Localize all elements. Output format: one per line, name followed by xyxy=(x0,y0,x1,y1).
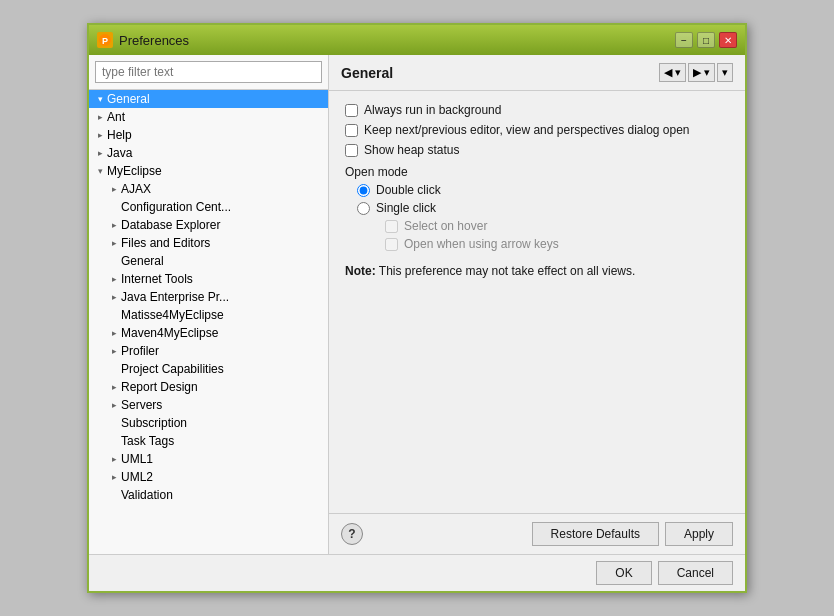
nav-menu-button[interactable]: ▾ xyxy=(717,63,733,82)
tree-item-java-enterprise[interactable]: ▸Java Enterprise Pr... xyxy=(89,288,328,306)
tree-arrow-config-center xyxy=(107,200,121,214)
tree-label-project-capabilities: Project Capabilities xyxy=(121,362,328,376)
show-heap-label[interactable]: Show heap status xyxy=(364,143,459,157)
double-click-label[interactable]: Double click xyxy=(376,183,441,197)
tree-item-uml1[interactable]: ▸UML1 xyxy=(89,450,328,468)
tree-arrow-ajax: ▸ xyxy=(107,182,121,196)
dialog-container: P Preferences − □ ✕ ▾General▸Ant▸Help▸Ja xyxy=(87,23,747,593)
tree-arrow-subscription xyxy=(107,416,121,430)
title-bar-left: P Preferences xyxy=(97,32,189,48)
tree-item-java[interactable]: ▸Java xyxy=(89,144,328,162)
tree-item-myeclipse-general[interactable]: General xyxy=(89,252,328,270)
tree-label-database-explorer: Database Explorer xyxy=(121,218,328,232)
keep-next-label[interactable]: Keep next/previous editor, view and pers… xyxy=(364,123,690,137)
always-run-label[interactable]: Always run in background xyxy=(364,103,501,117)
tree-item-internet-tools[interactable]: ▸Internet Tools xyxy=(89,270,328,288)
tree-arrow-java: ▸ xyxy=(93,146,107,160)
tree-arrow-myeclipse: ▾ xyxy=(93,164,107,178)
tree-arrow-myeclipse-general xyxy=(107,254,121,268)
select-on-hover-checkbox[interactable] xyxy=(385,220,398,233)
tree-label-profiler: Profiler xyxy=(121,344,328,358)
always-run-checkbox[interactable] xyxy=(345,104,358,117)
tree-label-general: General xyxy=(107,92,328,106)
tree-arrow-validation xyxy=(107,488,121,502)
single-click-radio[interactable] xyxy=(357,202,370,215)
tree-item-report-design[interactable]: ▸Report Design xyxy=(89,378,328,396)
open-arrow-keys-label: Open when using arrow keys xyxy=(404,237,559,251)
tree-item-config-center[interactable]: Configuration Cent... xyxy=(89,198,328,216)
tree-item-myeclipse[interactable]: ▾MyEclipse xyxy=(89,162,328,180)
tree-item-subscription[interactable]: Subscription xyxy=(89,414,328,432)
tree-label-ant: Ant xyxy=(107,110,328,124)
double-click-row: Double click xyxy=(357,183,729,197)
tree-arrow-task-tags xyxy=(107,434,121,448)
tree-item-project-capabilities[interactable]: Project Capabilities xyxy=(89,360,328,378)
tree-arrow-report-design: ▸ xyxy=(107,380,121,394)
tree-label-report-design: Report Design xyxy=(121,380,328,394)
tree-item-validation[interactable]: Validation xyxy=(89,486,328,504)
tree-item-servers[interactable]: ▸Servers xyxy=(89,396,328,414)
double-click-radio[interactable] xyxy=(357,184,370,197)
tree-arrow-uml2: ▸ xyxy=(107,470,121,484)
tree-arrow-help: ▸ xyxy=(93,128,107,142)
search-box xyxy=(89,55,328,90)
nav-forward-button[interactable]: ▶ ▾ xyxy=(688,63,715,82)
title-bar: P Preferences − □ ✕ xyxy=(89,25,745,55)
close-button[interactable]: ✕ xyxy=(719,32,737,48)
tree-arrow-project-capabilities xyxy=(107,362,121,376)
apply-button[interactable]: Apply xyxy=(665,522,733,546)
note-prefix: Note: xyxy=(345,264,376,278)
show-heap-row: Show heap status xyxy=(345,143,729,157)
nav-back-button[interactable]: ◀ ▾ xyxy=(659,63,686,82)
tree-item-matisse[interactable]: Matisse4MyEclipse xyxy=(89,306,328,324)
restore-defaults-button[interactable]: Restore Defaults xyxy=(532,522,659,546)
dialog-icon: P xyxy=(97,32,113,48)
search-input[interactable] xyxy=(95,61,322,83)
tree-arrow-java-enterprise: ▸ xyxy=(107,290,121,304)
note-text: Note: This preference may not take effec… xyxy=(345,263,729,280)
tree-label-maven4: Maven4MyEclipse xyxy=(121,326,328,340)
tree-item-help[interactable]: ▸Help xyxy=(89,126,328,144)
single-click-label[interactable]: Single click xyxy=(376,201,436,215)
sub-checkboxes: Select on hover Open when using arrow ke… xyxy=(385,219,729,251)
content-area: ▾General▸Ant▸Help▸Java▾MyEclipse▸AJAXCon… xyxy=(89,55,745,554)
select-on-hover-row: Select on hover xyxy=(385,219,729,233)
tree-label-myeclipse-general: General xyxy=(121,254,328,268)
keep-next-row: Keep next/previous editor, view and pers… xyxy=(345,123,729,137)
show-heap-checkbox[interactable] xyxy=(345,144,358,157)
cancel-button[interactable]: Cancel xyxy=(658,561,733,585)
tree-arrow-servers: ▸ xyxy=(107,398,121,412)
tree-item-task-tags[interactable]: Task Tags xyxy=(89,432,328,450)
svg-text:P: P xyxy=(102,36,108,46)
tree-label-ajax: AJAX xyxy=(121,182,328,196)
tree-label-validation: Validation xyxy=(121,488,328,502)
tree-label-java: Java xyxy=(107,146,328,160)
minimize-button[interactable]: − xyxy=(675,32,693,48)
tree-area[interactable]: ▾General▸Ant▸Help▸Java▾MyEclipse▸AJAXCon… xyxy=(89,90,328,554)
open-arrow-keys-checkbox[interactable] xyxy=(385,238,398,251)
tree-label-java-enterprise: Java Enterprise Pr... xyxy=(121,290,328,304)
tree-item-ajax[interactable]: ▸AJAX xyxy=(89,180,328,198)
tree-item-ant[interactable]: ▸Ant xyxy=(89,108,328,126)
keep-next-checkbox[interactable] xyxy=(345,124,358,137)
tree-label-uml2: UML2 xyxy=(121,470,328,484)
maximize-button[interactable]: □ xyxy=(697,32,715,48)
tree-item-general[interactable]: ▾General xyxy=(89,90,328,108)
tree-arrow-uml1: ▸ xyxy=(107,452,121,466)
window-controls: − □ ✕ xyxy=(675,32,737,48)
tree-item-database-explorer[interactable]: ▸Database Explorer xyxy=(89,216,328,234)
tree-label-uml1: UML1 xyxy=(121,452,328,466)
help-button[interactable]: ? xyxy=(341,523,363,545)
tree-item-uml2[interactable]: ▸UML2 xyxy=(89,468,328,486)
ok-cancel-bar: OK Cancel xyxy=(89,554,745,591)
tree-item-profiler[interactable]: ▸Profiler xyxy=(89,342,328,360)
tree-arrow-internet-tools: ▸ xyxy=(107,272,121,286)
ok-button[interactable]: OK xyxy=(596,561,651,585)
tree-label-myeclipse: MyEclipse xyxy=(107,164,328,178)
tree-arrow-maven4: ▸ xyxy=(107,326,121,340)
right-header: General ◀ ▾ ▶ ▾ ▾ xyxy=(329,55,745,91)
tree-label-config-center: Configuration Cent... xyxy=(121,200,328,214)
tree-item-maven4[interactable]: ▸Maven4MyEclipse xyxy=(89,324,328,342)
tree-item-files-editors[interactable]: ▸Files and Editors xyxy=(89,234,328,252)
tree-label-internet-tools: Internet Tools xyxy=(121,272,328,286)
